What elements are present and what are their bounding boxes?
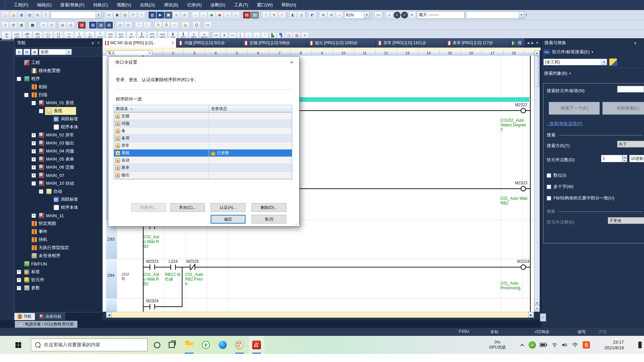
scroll-right-icon[interactable]: ▶ [528,312,534,317]
resize-grip[interactable] [295,222,298,225]
watch-list-icon[interactable]: ≣ [48,22,55,28]
menu-item[interactable]: 在线(O) [136,1,159,9]
io-graph-icon[interactable]: ⇅ [163,22,170,28]
tab-list-icon[interactable]: ▼ [536,41,539,45]
toolbar-overflow[interactable]: ▾ [526,13,527,16]
paste-ghost-icon[interactable]: ▣ [173,12,180,18]
plc-read-icon[interactable]: ← [200,12,207,18]
tree-item[interactable]: +MAIN_06 交握 [15,163,102,171]
menu-item[interactable]: 窗口(W) [253,1,277,9]
device-monitor-run-icon[interactable]: ▶ [157,12,164,18]
panel-collapse-button[interactable]: ‹ [540,313,546,321]
navigation-window-icon[interactable]: ⊞ [2,22,9,28]
tree-item[interactable]: -MAIN_10 自动 [15,179,102,187]
pin-icon[interactable]: ┯ [634,41,636,45]
block-1-icon[interactable]: ▙ [269,32,276,39]
paint-app-button[interactable] [232,336,247,354]
element-list-icon[interactable]: ≡ [40,22,47,28]
menu-item[interactable]: 视图(V) [112,1,136,9]
close-icon[interactable]: × [284,57,299,68]
tree-item[interactable]: 局部标签 [15,115,102,123]
menu-item[interactable]: 工程(P) [9,1,33,9]
program-row[interactable]: ±表单 [114,164,292,172]
search-bench-icon[interactable]: Q [193,22,200,28]
program-check-icon[interactable]: * [136,22,143,28]
task-view-button[interactable] [165,336,178,354]
cross-reference-icon[interactable]: ◎ [59,22,66,28]
tree-expander-icon[interactable]: + [32,214,36,218]
inactive-square-icon[interactable]: ■ [386,12,393,18]
program-row[interactable]: ±输出 [114,172,292,179]
draw-vline-icon[interactable]: │ [237,32,244,39]
connection-window-icon[interactable]: ⊟ [10,22,17,28]
tree-expander-icon[interactable]: + [32,133,36,137]
program-row[interactable]: ±备 [114,127,292,135]
checkbox[interactable] [547,185,551,189]
document-tab[interactable]: 模 [509,38,525,48]
contact-L224[interactable] [170,264,176,270]
zoom-fit-icon[interactable]: ↔ [336,12,343,18]
vertical-scrollbar[interactable]: ▲ ▲ ▼ [534,50,540,312]
tree-item[interactable]: 事件 [15,228,102,236]
ie-browser-button[interactable]: e [199,336,213,354]
check-program-2-icon[interactable]: ✓ [401,12,408,18]
window-split-icon[interactable]: ◧ [289,12,297,18]
device-comment-display-icon[interactable]: ▥ [149,12,156,18]
program-row[interactable]: ±交握 [114,113,292,120]
tree-expander-icon[interactable]: - [17,77,21,81]
jump-marker-icon[interactable]: ↯ [270,12,278,18]
tree-item[interactable]: 待机 [15,236,102,244]
tree-expander-icon[interactable]: + [32,149,36,154]
device-test-icon[interactable]: ▣ [165,12,172,18]
monitor-stop-icon[interactable]: ◉ [216,12,223,18]
block-3-icon[interactable]: ◫ [285,32,292,39]
dialog-button-3[interactable]: 认证(A)... [211,203,246,212]
save-copy-icon[interactable]: ▣ [34,12,41,18]
checkbox[interactable] [547,173,551,178]
quick-find-box[interactable]: ▼ [50,11,101,19]
tree-item[interactable]: 模块配置图 [15,67,102,75]
tab-scroll-left-icon[interactable]: ◀ [527,41,529,45]
block-5-icon[interactable]: ≡ [301,32,309,39]
jump-next-icon[interactable]: ↱ [278,12,286,18]
tree-item[interactable]: +标签 [15,268,102,276]
misc-ghost-icon[interactable]: ▭ [171,22,178,28]
taskbar-search-box[interactable]: 在这里输入你要搜索的内容 [31,339,148,351]
tree-item[interactable]: +MAIN_03 输出 [15,139,102,147]
close-icon[interactable]: × [171,41,174,45]
contact-M2324[interactable] [150,304,155,309]
ok-button[interactable]: 确定 [211,215,246,224]
tree-item[interactable]: +MAIN_05 表单 [15,155,102,163]
insert-row-icon[interactable]: ↑ [245,32,252,39]
device-points-input[interactable]: 1 [601,155,623,162]
zoom-out-icon[interactable]: ⊖ [328,12,335,18]
monitor-start-icon[interactable]: ◉ [208,12,215,18]
edit-mode-combo[interactable]: 写入 ▼ [106,50,152,56]
monitor-ghost2-icon[interactable]: ◎ [232,12,239,18]
coil-M2324[interactable] [521,264,526,270]
block-2-icon[interactable]: ▜ [277,32,284,39]
delete-rung-icon[interactable]: ✂ [213,32,220,39]
zoom-in-icon[interactable]: ⊕ [320,12,327,18]
tree-item[interactable]: FB/FUN [15,260,102,268]
program-row[interactable]: ±异常 [114,142,292,149]
block-4-icon[interactable]: ▥ [293,32,301,39]
program-row[interactable]: ±备用 [114,135,292,142]
menu-item[interactable]: 调试(B) [159,1,182,9]
tree-item[interactable]: +MAIN_07 [15,171,102,179]
tree-expander-icon[interactable]: + [32,141,36,145]
undo-icon[interactable]: ↶ [129,12,137,18]
tab-scroll-right-icon[interactable]: ▶ [531,41,534,45]
power-io-check-tab[interactable]: I/O 电源容量 / I/O点数检查结果 [15,321,77,328]
find-device-combo[interactable]: ⌄ [617,86,644,93]
dialog-button-4[interactable]: 删除(D)... [252,203,286,212]
tree-filter-combo[interactable]: 全部 ▼ [39,49,72,55]
tree-item[interactable]: +MAIN_02 异常 [15,131,102,139]
tree-item[interactable]: 程序本体 [15,123,102,131]
menu-item[interactable]: 编辑(E) [33,1,56,9]
copy-ghost-icon[interactable]: ▣ [181,12,188,18]
menu-item[interactable]: 工具(T) [230,1,253,9]
device-cost-icon[interactable]: ◍ [182,22,189,28]
device-memory-icon[interactable]: ▥ [89,22,97,28]
tree-expander-icon[interactable]: - [32,101,36,105]
